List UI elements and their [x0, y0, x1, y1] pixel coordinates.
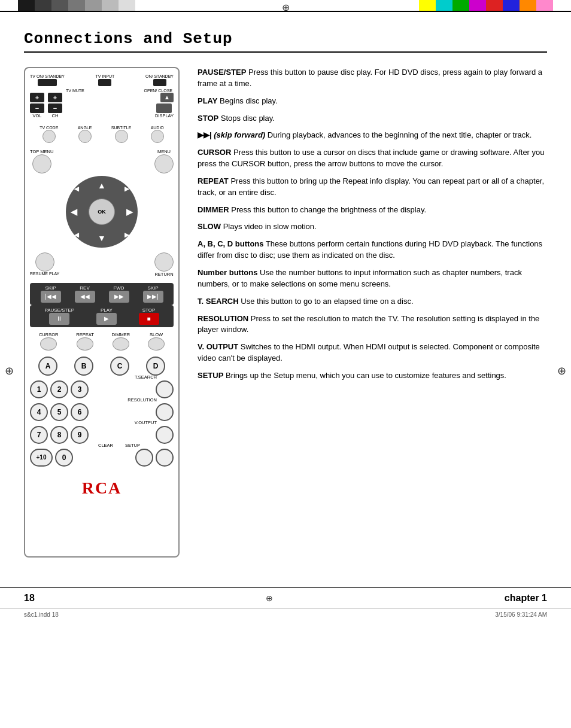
- display-label: DISPLAY: [155, 113, 174, 118]
- desc-abcd: A, B, C, D buttons These buttons perform…: [198, 239, 547, 261]
- vol-minus-group: − VOL: [30, 103, 44, 118]
- cursor-label: CURSOR: [39, 332, 59, 337]
- desc-resolution-text: Press to set the resolution to match the…: [198, 314, 539, 334]
- vol-buttons: +: [30, 93, 44, 102]
- vol-group: +: [30, 93, 44, 102]
- vol-ch-area: + +: [30, 93, 62, 102]
- a-button[interactable]: A: [38, 357, 57, 376]
- chapter-label: chapter 1: [505, 593, 547, 604]
- t-search-button[interactable]: [156, 380, 174, 398]
- play-button[interactable]: ▶: [96, 313, 117, 325]
- tv-input-label: TV INPUT: [96, 74, 115, 79]
- menu-button[interactable]: [154, 154, 174, 173]
- vol-down-button[interactable]: −: [30, 103, 44, 113]
- dimmer-button[interactable]: [113, 337, 129, 351]
- desc-resolution: RESOLUTION Press to set the resolution t…: [198, 313, 547, 336]
- setup-button[interactable]: [156, 449, 174, 467]
- nav-up-arrow-icon[interactable]: ▲: [98, 181, 106, 190]
- nav-right-arrow-icon[interactable]: ▶: [126, 207, 133, 217]
- nav-ll-arrow-icon: ◀: [74, 232, 79, 238]
- desc-slow-text: Plays video in slow motion.: [223, 222, 317, 231]
- return-label: RETURN: [154, 272, 173, 277]
- clear-label: CLEAR: [98, 443, 113, 448]
- play-label: PLAY: [101, 307, 113, 313]
- desc-pause-step: PAUSE/STEP Press this button to pause di…: [198, 67, 547, 90]
- term-skip-fwd: ▶▶| (skip forward): [198, 130, 265, 139]
- on-standby-button[interactable]: [153, 79, 166, 86]
- repeat-button[interactable]: [77, 337, 93, 351]
- skip-back-button[interactable]: |◀◀: [41, 291, 61, 303]
- clear-button[interactable]: [135, 449, 153, 467]
- desc-repeat-text: Press this button to bring up the Repeat…: [198, 176, 544, 197]
- tv-mute-openclose-buttons: + + ▲: [30, 93, 174, 102]
- t-search-side-label: T.SEARCH: [135, 374, 157, 380]
- color-bar-magenta: [469, 0, 486, 11]
- v-output-button[interactable]: [156, 426, 174, 444]
- num-5-button[interactable]: 5: [50, 403, 68, 421]
- num-1-button[interactable]: 1: [30, 380, 48, 398]
- gray-bar-7: [119, 0, 135, 11]
- d-button[interactable]: D: [146, 357, 165, 376]
- pause-step-label: PAUSE/STEP: [44, 307, 74, 313]
- bottom-left-info: s&c1.indd 18: [24, 611, 59, 618]
- num-0-button[interactable]: 0: [55, 449, 73, 467]
- nav-down-arrow-icon[interactable]: ▼: [98, 233, 106, 243]
- nav-lr-arrow-icon: ▶: [124, 232, 129, 238]
- b-button[interactable]: B: [74, 357, 93, 376]
- remote-column: TV ON/ STANDBY TV INPUT ON/ STANDBY TV M…: [24, 67, 180, 558]
- tv-input-button[interactable]: [98, 79, 111, 86]
- stop-button[interactable]: ■: [139, 313, 159, 325]
- vol-ch-minus-row: − VOL − CH DISPLAY: [30, 103, 174, 118]
- nav-left-arrow-icon[interactable]: ◀: [71, 207, 77, 217]
- term-abcd: A, B, C, D buttons: [198, 239, 264, 248]
- num-8-button[interactable]: 8: [50, 426, 68, 444]
- color-bar-yellow: [419, 0, 436, 11]
- fwd-button[interactable]: ▶▶: [109, 291, 129, 303]
- num-3-button[interactable]: 3: [71, 380, 89, 398]
- top-menu-group: TOP MENU: [30, 149, 53, 173]
- ch-down-button[interactable]: −: [48, 103, 62, 113]
- skip-fwd-button[interactable]: ▶▶|: [143, 291, 163, 303]
- return-button[interactable]: [154, 252, 174, 272]
- num-4-button[interactable]: 4: [30, 403, 48, 421]
- num-6-button[interactable]: 6: [71, 403, 89, 421]
- num-9-button[interactable]: 9: [71, 426, 89, 444]
- term-t-search: T. SEARCH: [198, 297, 239, 306]
- slow-button[interactable]: [148, 337, 165, 351]
- ok-button[interactable]: OK: [89, 199, 115, 225]
- display-button[interactable]: [156, 103, 172, 113]
- desc-skip-fwd-text: During playback, advances to the beginni…: [268, 130, 532, 139]
- vol-up-button[interactable]: +: [30, 93, 44, 102]
- resolution-button[interactable]: [156, 403, 174, 421]
- nav-ul-arrow-icon: ◀: [74, 185, 79, 192]
- code-angle-row: TV CODE ANGLE SUBTITLE AUDIO: [30, 126, 174, 143]
- ch-up-button[interactable]: +: [48, 93, 62, 102]
- bottom-crosshair-icon: ⊕: [266, 593, 273, 603]
- tv-code-button[interactable]: [42, 130, 56, 143]
- return-group: RETURN: [154, 252, 174, 277]
- tv-on-standby-label: TV ON/ STANDBY: [30, 74, 65, 79]
- num-2-button[interactable]: 2: [50, 380, 68, 398]
- audio-button[interactable]: [151, 130, 164, 143]
- main-layout: TV ON/ STANDBY TV INPUT ON/ STANDBY TV M…: [24, 67, 547, 558]
- term-pause-step: PAUSE/STEP: [198, 68, 246, 77]
- rev-button[interactable]: ◀◀: [75, 291, 95, 303]
- tv-on-standby-button[interactable]: [38, 79, 57, 86]
- subtitle-button[interactable]: [115, 130, 128, 143]
- top-menu-button[interactable]: [32, 154, 51, 173]
- stop-label: STOP: [142, 307, 156, 313]
- stop-group: STOP ■: [139, 307, 159, 325]
- open-close-button[interactable]: ▲: [160, 93, 174, 102]
- angle-button[interactable]: [78, 130, 92, 143]
- term-slow: SLOW: [198, 222, 221, 231]
- color-bar-cyan: [436, 0, 452, 11]
- dimmer-group: DIMMER: [112, 332, 130, 351]
- num-row-3: 7 8 9 V.OUTPUT: [30, 426, 174, 444]
- cursor-button[interactable]: [40, 337, 57, 351]
- num-7-button[interactable]: 7: [30, 426, 48, 444]
- pause-step-button[interactable]: ⏸: [49, 313, 69, 325]
- c-button[interactable]: C: [110, 357, 129, 376]
- resume-return-row: RESUME PLAY RETURN: [30, 252, 174, 277]
- resume-play-button[interactable]: [35, 252, 54, 272]
- plus10-button[interactable]: +10: [30, 449, 53, 467]
